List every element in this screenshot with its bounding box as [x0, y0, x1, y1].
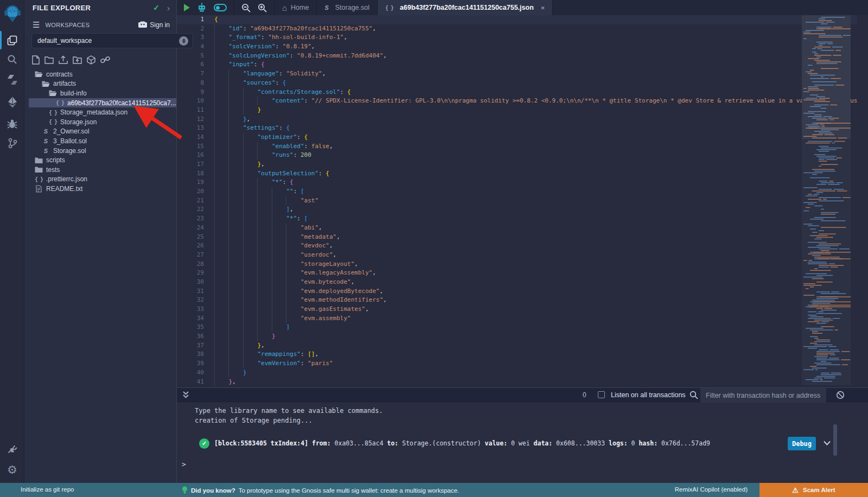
file-tree: contractsartifactsbuild-info{ }a69b43f27… [24, 69, 176, 194]
transaction-count: 0 [583, 391, 586, 399]
tab-bar: ⌂ Home S Storage.sol { } a69b43f277ba20f… [177, 0, 868, 15]
code-line-4: 4"solcVersion": "0.8.19", [177, 42, 868, 52]
collapse-chevron-icon[interactable]: › [167, 3, 170, 12]
terminal-expand-icon[interactable] [182, 391, 189, 402]
code-line-30: 30"evm.bytecode", [177, 278, 868, 287]
upload-file-icon[interactable] [59, 55, 68, 64]
code-line-18: 18"outputSelection": { [177, 169, 868, 179]
transaction-log-row[interactable]: ✓ [block:5583405 txIndex:4] from: 0xa03.… [177, 437, 868, 451]
tab-label: Storage.sol [335, 4, 369, 11]
tx-expand-chevron-icon[interactable] [822, 438, 832, 450]
zoom-in-icon[interactable] [258, 3, 267, 12]
settings-gear-icon[interactable]: ⚙ [0, 461, 24, 479]
tree-item-label: .prettierrc.json [46, 175, 87, 183]
tab-label: a69b43f277ba20fcac141151250ca755.json [400, 4, 534, 11]
listen-all-checkbox[interactable] [598, 391, 605, 398]
tree-item[interactable]: { }.prettierrc.json [24, 175, 176, 184]
json-icon: { } [34, 176, 43, 182]
scam-alert-badge[interactable]: ⚠ Scam Alert [760, 483, 868, 497]
line-number: 30 [177, 278, 204, 287]
tree-item-label: build-info [60, 90, 87, 97]
code-line-29: 29"evm.legacyAssembly", [177, 269, 868, 278]
tab-build-info-json[interactable]: { } a69b43f277ba20fcac141151250ca755.jso… [378, 0, 553, 15]
tree-item-label: artifacts [53, 80, 76, 87]
search-icon[interactable] [0, 50, 24, 68]
line-number: 15 [177, 142, 204, 151]
upload-folder-icon[interactable] [73, 56, 82, 64]
run-script-button[interactable] [184, 4, 190, 11]
line-number: 39 [177, 359, 204, 368]
transaction-filter-input[interactable] [700, 388, 826, 403]
github-icon [138, 21, 147, 29]
line-number: 24 [177, 224, 204, 233]
terminal-search-icon [690, 391, 698, 402]
tree-item[interactable]: tests [24, 165, 176, 175]
solidity-compiler-icon[interactable] [0, 71, 24, 89]
line-number: 36 [177, 332, 204, 341]
remix-logo[interactable] [0, 3, 24, 25]
tree-item[interactable]: S2_Owner.sol [24, 127, 176, 137]
minimap[interactable] [802, 15, 851, 385]
code-line-15: 15"enabled": false, [177, 142, 868, 151]
code-line-24: 24"abi", [177, 224, 868, 233]
git-init-button[interactable]: Initialize as git repo [21, 486, 74, 493]
minimap-slider[interactable] [802, 15, 851, 139]
terminal-line: creation of Storage pending... [195, 417, 312, 424]
tx-summary: [block:5583405 txIndex:4] from: 0xa03...… [214, 439, 710, 447]
terminal-prompt[interactable]: > [182, 460, 186, 468]
tree-item[interactable]: { }Storage.json [24, 117, 176, 127]
code-line-40: 40} [177, 368, 868, 378]
terminal-scrollbar-thumb[interactable] [833, 424, 837, 456]
sign-in-button[interactable]: Sign in [138, 21, 170, 29]
git-icon[interactable] [0, 134, 24, 152]
code-line-21: 21"ast" [177, 196, 868, 206]
editor-scrollbar[interactable] [857, 15, 868, 385]
debugger-icon[interactable] [0, 114, 24, 133]
tree-item[interactable]: artifacts [24, 79, 176, 89]
remixai-robot-icon[interactable] [197, 3, 207, 12]
tree-item[interactable]: S3_Ballot.sol [24, 136, 176, 146]
line-number: 16 [177, 151, 204, 160]
file-explorer-icon[interactable] [0, 31, 24, 49]
code-line-34: 34"evm.assembly" [177, 314, 868, 323]
line-number: 25 [177, 233, 204, 242]
activity-bar: ⚙ [0, 0, 24, 483]
tree-item[interactable]: SStorage.sol [24, 146, 176, 156]
json-file-icon: { } [385, 5, 393, 11]
link-icon[interactable] [100, 56, 110, 63]
code-line-17: 17}, [177, 160, 868, 169]
code-editor[interactable]: 1{2"id": "a69b43f277ba20fcac141151250ca7… [177, 15, 868, 387]
folder-icon [34, 166, 43, 173]
tab-storage-sol[interactable]: S Storage.sol [317, 0, 378, 15]
line-number: 8 [177, 79, 204, 88]
close-tab-icon[interactable]: × [541, 4, 545, 12]
zoom-out-icon[interactable] [241, 3, 251, 12]
tree-item[interactable]: { }a69b43f277ba20fcac141151250ca7... [29, 98, 176, 108]
workspaces-menu-icon[interactable]: ☰ [33, 20, 40, 30]
remixai-toggle[interactable] [214, 4, 227, 11]
tree-item[interactable]: contracts [24, 69, 176, 79]
scam-alert-label: Scam Alert [803, 487, 835, 493]
debug-button[interactable]: Debug [788, 437, 816, 450]
tree-item[interactable]: build-info [24, 88, 176, 98]
new-file-icon[interactable] [32, 55, 40, 65]
line-number: 14 [177, 133, 204, 142]
new-folder-icon[interactable] [44, 56, 54, 64]
publish-box-icon[interactable] [87, 55, 95, 65]
copilot-status[interactable]: RemixAI Copilot (enabled) [675, 486, 748, 493]
code-line-8: 8"sources": { [177, 79, 868, 88]
tree-item[interactable]: { }Storage_metadata.json [24, 107, 176, 117]
sol-icon: S [41, 138, 50, 144]
plugin-manager-icon[interactable] [0, 439, 24, 458]
tree-item[interactable]: scripts [24, 155, 176, 165]
tab-home[interactable]: ⌂ Home [275, 0, 317, 15]
did-you-know-tip: Did you know? To prototype using the Gno… [182, 486, 459, 494]
tree-item[interactable]: README.txt [24, 184, 176, 194]
clear-console-icon[interactable] [836, 391, 845, 402]
file-icon [34, 185, 43, 193]
run-controls [177, 0, 234, 15]
line-number: 13 [177, 124, 204, 133]
workspace-select[interactable]: default_workspace [31, 33, 193, 48]
file-toolbar [32, 55, 110, 65]
deploy-run-icon[interactable] [0, 93, 24, 111]
